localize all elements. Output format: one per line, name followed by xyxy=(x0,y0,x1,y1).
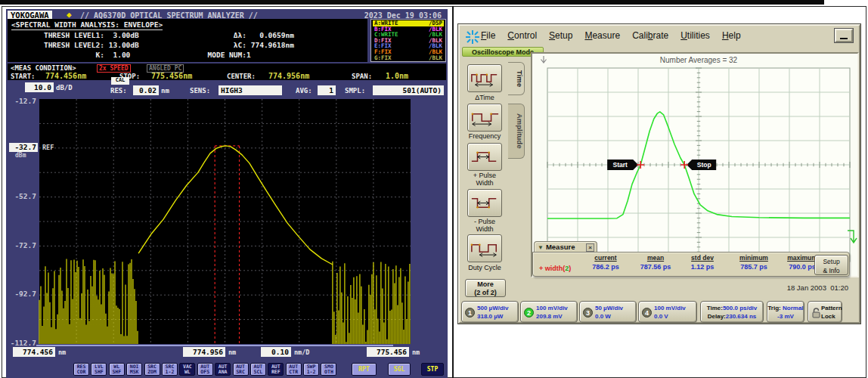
collapse-triangle-icon: ▼ xyxy=(538,244,544,251)
setup-info-button[interactable]: Setup& Info xyxy=(814,255,848,275)
toolbar-label-delta-time: ΔTime xyxy=(460,94,510,101)
softkey-src-1-2[interactable]: SRC1-2 xyxy=(162,363,178,376)
button-duty-cycle[interactable] xyxy=(467,234,502,262)
close-icon[interactable]: × xyxy=(586,243,594,252)
ref-level-unit: dBm xyxy=(15,152,26,159)
toolbar-label-duty-cycle: Duty Cycle xyxy=(460,264,510,271)
analysis-row: K: 1.00MODE NUM:1 xyxy=(11,51,251,59)
menu-help[interactable]: Help xyxy=(722,30,741,41)
k-value: 1.00 xyxy=(104,51,168,59)
start-label: START: xyxy=(11,73,36,80)
softkey-src-zom[interactable]: SRCZOM xyxy=(144,363,160,376)
measure-col-current: current786.2 ps xyxy=(577,254,634,271)
channel-1-indicator: 1 xyxy=(465,308,475,318)
meas-condition-header: <MEAS CONDITION> xyxy=(11,64,76,72)
measure-header: current xyxy=(577,254,634,262)
delta-lambda-value: 0.0659nm xyxy=(246,31,294,39)
duty-cycle-icon xyxy=(470,240,500,258)
screens-divider xyxy=(452,6,454,378)
mode-num-value: 1 xyxy=(246,51,251,59)
channel-3-button[interactable]: 350 µW/div0.0 W xyxy=(579,301,637,323)
menu-bar: FileControlSetupMeasureCalibrateUtilitie… xyxy=(481,30,741,41)
thresh-level1-value: 3.00dB xyxy=(104,31,168,39)
speed-badge: 2x SPEED xyxy=(97,64,131,73)
thresh-level1-label: THRESH LEVEL1: xyxy=(11,31,104,39)
y-axis-label: -12.7 xyxy=(6,97,36,105)
toolbar-label-minus-pulse-width: - Pulse Width xyxy=(460,218,510,233)
x-center-unit: nm xyxy=(228,349,236,356)
button-frequency[interactable] xyxy=(467,104,502,132)
y-axis-label: -72.7 xyxy=(6,241,36,249)
channel-2-button[interactable]: 2100 mV/div209.8 mV xyxy=(520,301,578,323)
toolbar-label-frequency: Frequency xyxy=(460,132,510,140)
softkey-smo-oth[interactable]: SMOOTH xyxy=(321,363,336,376)
channel-4-readout: 100 mV/div0.0 V xyxy=(654,304,686,321)
x-stop-unit: nm xyxy=(412,349,420,356)
channel-1-readout: 500 µW/div318.0 µW xyxy=(477,304,509,321)
center-label: CENTER: xyxy=(227,73,256,80)
button-minus-pulse-width[interactable] xyxy=(467,189,502,217)
analysis-row: THRESH LEVEL1: 3.00dBΔλ: 0.0659nm xyxy=(11,31,294,39)
tab-amplitude[interactable]: Amplitude xyxy=(508,104,525,159)
analysis-header: <SPECTRAL WIDTH ANALYSIS: ENVELOPE> xyxy=(11,20,163,30)
softkey-aut-ref[interactable]: AUTREF xyxy=(268,363,284,376)
channel-4-button[interactable]: 4100 mV/div0.0 V xyxy=(638,301,697,323)
menu-file[interactable]: File xyxy=(481,30,495,41)
y-axis-label: -92.7 xyxy=(6,290,36,298)
softkey-aut-src[interactable]: AUTSRC xyxy=(233,363,249,376)
softkey-aut-ana[interactable]: AUTANA xyxy=(215,363,231,376)
tab-time[interactable]: Time xyxy=(508,62,525,95)
menu-measure[interactable]: Measure xyxy=(584,30,620,41)
softkey-lvl-shf[interactable]: LVLSHF xyxy=(91,363,107,376)
osa-spectrum-plot xyxy=(6,99,448,344)
span-value: 1.0nm xyxy=(386,72,408,80)
menu-setup[interactable]: Setup xyxy=(549,30,572,41)
y-axis-label: -52.7 xyxy=(6,192,36,200)
res-label: RES: xyxy=(110,87,127,94)
softkey-swp-1-2[interactable]: SWP1-2 xyxy=(303,363,319,376)
wavelength-scrollbar[interactable] xyxy=(36,345,393,346)
ref-marker-text: REF xyxy=(42,144,54,151)
softkey-res-cor[interactable]: RESCOR xyxy=(73,363,89,376)
analysis-row: THRESH LEVEL2: 13.00dBλC: 774.9618nm xyxy=(11,41,294,49)
center-value: 774.956nm xyxy=(268,72,309,80)
channel-2-readout: 100 mV/div209.8 mV xyxy=(536,304,568,321)
x-start-box: 774.456 xyxy=(13,347,55,357)
agilent-spark-icon xyxy=(464,29,481,45)
menu-utilities[interactable]: Utilities xyxy=(680,30,710,41)
y-axis-label: -112.7 xyxy=(6,339,36,347)
start-value: 774.456nm xyxy=(45,72,86,80)
softkey-vac-wl[interactable]: VACWL xyxy=(179,363,195,376)
trigger-button[interactable]: Trig: Normal-3 mV xyxy=(767,301,804,323)
menu-control[interactable]: Control xyxy=(507,30,537,41)
pattern-lock-button[interactable]: PatternLock xyxy=(808,301,842,323)
spectral-width-panel: <SPECTRAL WIDTH ANALYSIS: ENVELOPE> THRE… xyxy=(8,19,367,62)
channel-4-indicator: 4 xyxy=(642,308,652,318)
measure-results-panel: + width(2) current786.2 psmean787.56 pss… xyxy=(532,252,850,277)
avg-value-box: 1 xyxy=(318,85,336,95)
stop-sweep-button[interactable]: STP xyxy=(421,363,444,376)
width-measurement-label: + width(2) xyxy=(539,265,571,272)
softkey-noi-msk[interactable]: NOIMSK xyxy=(126,363,142,376)
softkey-aut-scl[interactable]: AUTSCL xyxy=(250,363,266,376)
button-delta-time[interactable] xyxy=(467,64,502,92)
channel-2-indicator: 2 xyxy=(524,308,534,318)
softkey-aut-ofs[interactable]: AUTOFS xyxy=(197,363,213,376)
timebase-button[interactable]: Time:500.0 ps/divDelay:230.634 ns xyxy=(700,301,764,323)
channel-3-readout: 50 µW/div0.0 W xyxy=(595,304,623,321)
measure-value: 1.12 ps xyxy=(674,263,731,271)
button-plus-pulse-width[interactable] xyxy=(467,143,502,171)
trace-status-g: G:FIX/BLK xyxy=(373,55,444,61)
minimize-button[interactable] xyxy=(835,29,853,42)
lambda-c-label: λC: xyxy=(168,41,246,49)
menu-calibrate[interactable]: Calibrate xyxy=(632,30,668,41)
trigger-arrow-icon xyxy=(541,56,547,63)
more-button[interactable]: More(2 of 2) xyxy=(465,279,506,297)
softkey-aut-ctr[interactable]: AUTCTR xyxy=(286,363,302,376)
single-sweep-button[interactable]: SGL xyxy=(388,363,411,376)
x-stop-box: 775.456 xyxy=(367,347,409,357)
measure-panel-tab[interactable]: ▼Measure× xyxy=(534,241,597,253)
repeat-sweep-button[interactable]: RPT xyxy=(352,363,377,376)
softkey-wl-shf[interactable]: WLSHF xyxy=(109,363,125,376)
channel-1-button[interactable]: 1500 µW/div318.0 µW xyxy=(461,301,519,323)
